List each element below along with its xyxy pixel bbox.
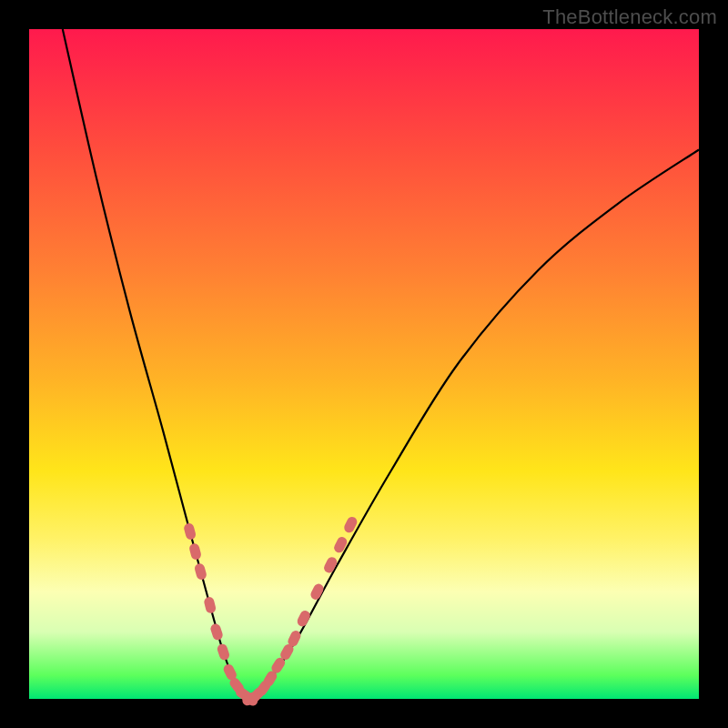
plot-area	[29, 29, 699, 699]
svg-rect-20	[332, 535, 349, 554]
attribution-text: TheBottleneck.com	[542, 5, 717, 29]
left-branch-curve	[63, 29, 250, 699]
svg-rect-3	[203, 596, 217, 614]
svg-rect-0	[183, 522, 197, 541]
dash-overlay-right	[240, 515, 359, 707]
chart-frame: TheBottleneck.com	[0, 0, 728, 728]
svg-rect-4	[209, 622, 224, 642]
curve-layer	[29, 29, 699, 699]
svg-rect-2	[194, 562, 207, 581]
dash-overlay-left	[183, 522, 259, 708]
right-branch-curve	[250, 149, 699, 699]
svg-rect-1	[188, 542, 202, 561]
svg-rect-5	[216, 642, 230, 662]
svg-rect-17	[296, 609, 312, 628]
